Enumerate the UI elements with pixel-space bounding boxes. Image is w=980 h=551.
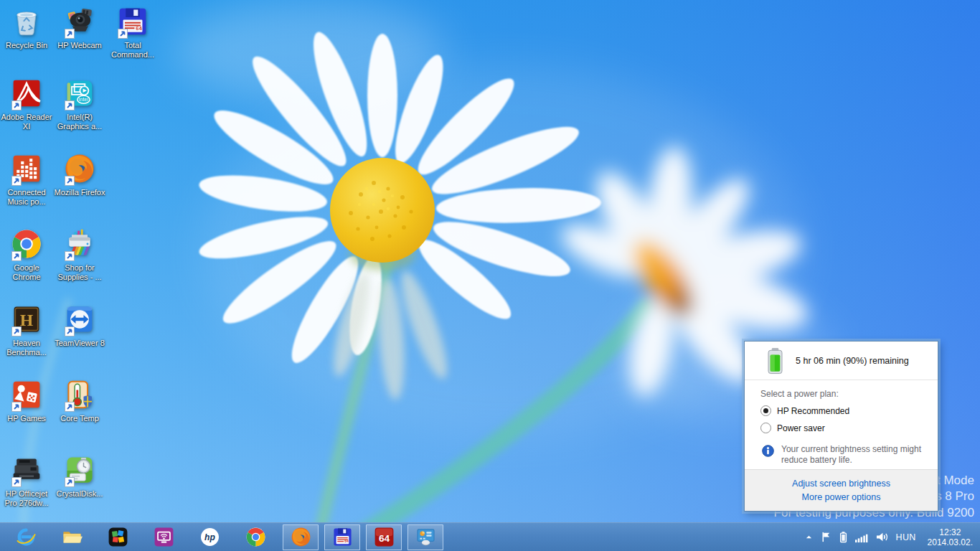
shortcut-arrow-icon — [11, 251, 22, 261]
system-tray: HUN 12:32 2014.03.02. — [805, 527, 980, 547]
aida64-icon: 64 — [374, 527, 395, 547]
power-flyout: 5 hr 06 min (90%) remaining Select a pow… — [744, 341, 938, 512]
shortcut-arrow-icon — [11, 176, 22, 186]
desktop-icon-mozilla-firefox[interactable]: Mozilla Firefox — [53, 153, 106, 197]
desktop-icon-teamviewer-8[interactable]: TeamViewer 8 — [53, 303, 106, 348]
desktop-icon-label: Shop for Supplies - ... — [53, 263, 106, 282]
desktop-icon-intel-graphics[interactable]: intelIntel(R) Graphics a... — [53, 77, 106, 131]
network-signal-icon[interactable] — [854, 531, 868, 543]
hp-icon: hp — [199, 527, 220, 547]
crystaldisk-icon — [64, 454, 96, 486]
taskbar-button-internet-explorer[interactable] — [11, 523, 40, 551]
folder-icon — [62, 527, 83, 547]
desktop-icon-label: Heaven Benchma... — [0, 339, 53, 357]
clock-date: 2014.03.02. — [928, 537, 973, 547]
battery-status-row: 5 hr 06 min (90%) remaining — [745, 342, 938, 380]
power-flyout-footer: Adjust screen brightness More power opti… — [745, 469, 938, 511]
intel-icon: intel — [64, 77, 96, 110]
shortcut-arrow-icon — [65, 100, 75, 110]
shortcut-arrow-icon — [11, 326, 22, 336]
battery-icon — [766, 347, 784, 375]
svg-text:64: 64 — [344, 540, 349, 543]
desktop-icon-label: HP Officejet Pro 276dw... — [0, 489, 53, 508]
desktop-icon-core-temp[interactable]: Core Temp — [53, 379, 106, 423]
desktop-icon-heaven-benchmark[interactable]: HHeaven Benchma... — [0, 303, 53, 357]
desktop-icon-label: TeamViewer 8 — [53, 339, 106, 348]
taskbar-running: 6464 — [283, 524, 443, 550]
desktop-icon-hp-officejet-pro[interactable]: HP Officejet Pro 276dw... — [0, 454, 53, 508]
desktop-icon-label: Adobe Reader XI — [0, 113, 53, 131]
shortcut-arrow-icon — [65, 251, 75, 261]
battery-tray-icon[interactable] — [839, 531, 847, 543]
desktop-icon-google-chrome[interactable]: Google Chrome — [0, 228, 53, 282]
windows8-desktop: Test Mode Windows 8 Pro For testing purp… — [0, 0, 980, 551]
shortcut-arrow-icon — [118, 29, 128, 39]
equalizer-icon — [11, 153, 43, 185]
firefox-icon — [291, 527, 311, 547]
cast-icon — [154, 527, 174, 547]
info-icon — [762, 445, 774, 457]
taskbar-button-wireless-display-app[interactable] — [149, 523, 178, 551]
taskbar-button-total-commander[interactable]: 64 — [324, 524, 360, 550]
taskbar-button-mozilla-firefox[interactable] — [283, 524, 319, 550]
taskbar-button-hp-support[interactable]: hp — [195, 523, 224, 551]
desktop-icon-shop-for-supplies[interactable]: Shop for Supplies - ... — [53, 228, 106, 282]
chrome-icon — [245, 527, 266, 547]
radio-selected-icon[interactable] — [760, 405, 771, 416]
shortcut-arrow-icon — [65, 29, 75, 39]
taskbar-button-google-chrome[interactable] — [241, 523, 270, 551]
shortcut-arrow-icon — [65, 176, 75, 186]
taskbar-button-system-utility[interactable] — [407, 524, 443, 550]
desktop-icon-hp-webcam[interactable]: HP Webcam — [53, 6, 106, 50]
shortcut-arrow-icon — [11, 402, 22, 412]
desktop-icon-label: Core Temp — [53, 414, 106, 423]
brightness-warning-text: Your current brightness setting might re… — [781, 444, 926, 466]
taskbar: hp 6464 HUN 12:32 2014.03.02. — [0, 522, 980, 551]
desktop-icon-label: Total Command... — [106, 41, 159, 60]
radio-unselected-icon[interactable] — [760, 423, 771, 433]
show-hidden-icons-button[interactable] — [805, 533, 813, 541]
desktop-icon-label: Google Chrome — [0, 263, 53, 282]
sysconfig-icon — [415, 527, 436, 547]
shortcut-arrow-icon — [65, 402, 75, 412]
recycle-bin-icon — [11, 6, 43, 38]
shortcut-arrow-icon — [11, 100, 22, 110]
desktop-icon-recycle-bin[interactable]: Recycle Bin — [0, 6, 53, 50]
desktop-icon-label: Mozilla Firefox — [53, 188, 106, 197]
volume-speaker-icon[interactable] — [875, 531, 889, 543]
games-icon — [11, 379, 43, 411]
clock-time: 12:32 — [928, 527, 973, 537]
floppy-icon: 64 — [117, 6, 149, 38]
webcam-icon — [64, 6, 96, 38]
language-indicator[interactable]: HUN — [896, 532, 916, 542]
floppy-icon: 64 — [332, 527, 353, 547]
desktop-icon-total-commander[interactable]: 64Total Command... — [106, 6, 159, 60]
power-plan-power-saver[interactable]: Power saver — [760, 423, 928, 433]
power-plan-hp-recommended[interactable]: HP Recommended — [760, 405, 928, 416]
desktop-icon-label: Intel(R) Graphics a... — [53, 113, 106, 131]
svg-text:H: H — [20, 311, 34, 329]
svg-text:intel: intel — [79, 96, 89, 103]
desktop-icon-label: HP Games — [0, 414, 53, 423]
svg-text:64: 64 — [136, 26, 142, 32]
thermometer-icon — [64, 379, 96, 411]
more-power-options-link[interactable]: More power options — [802, 492, 881, 502]
puzzle-icon — [108, 527, 128, 547]
taskbar-button-aida64[interactable]: 64 — [366, 524, 402, 550]
shortcut-arrow-icon — [65, 326, 75, 336]
clock[interactable]: 12:32 2014.03.02. — [928, 527, 973, 547]
heaven-icon: H — [11, 303, 43, 336]
battery-status-text: 5 hr 06 min (90%) remaining — [796, 356, 909, 366]
desktop-icon-connected-music[interactable]: Connected Music po... — [0, 153, 53, 207]
desktop-icon-label: HP Webcam — [53, 41, 106, 50]
brightness-warning-row: Your current brightness setting might re… — [762, 444, 926, 466]
taskbar-button-file-explorer[interactable] — [57, 523, 86, 551]
action-center-flag-icon[interactable] — [820, 531, 832, 543]
power-plan-label: HP Recommended — [777, 406, 849, 416]
adjust-screen-brightness-link[interactable]: Adjust screen brightness — [792, 479, 890, 489]
desktop-icon-crystaldiskinfo[interactable]: CrystalDisk... — [53, 454, 106, 499]
desktop-icon-hp-games[interactable]: HP Games — [0, 379, 53, 423]
taskbar-button-photo-puzzle-app[interactable] — [103, 523, 132, 551]
desktop-icon-adobe-reader-xi[interactable]: Adobe Reader XI — [0, 77, 53, 131]
chrome-icon — [11, 228, 43, 260]
